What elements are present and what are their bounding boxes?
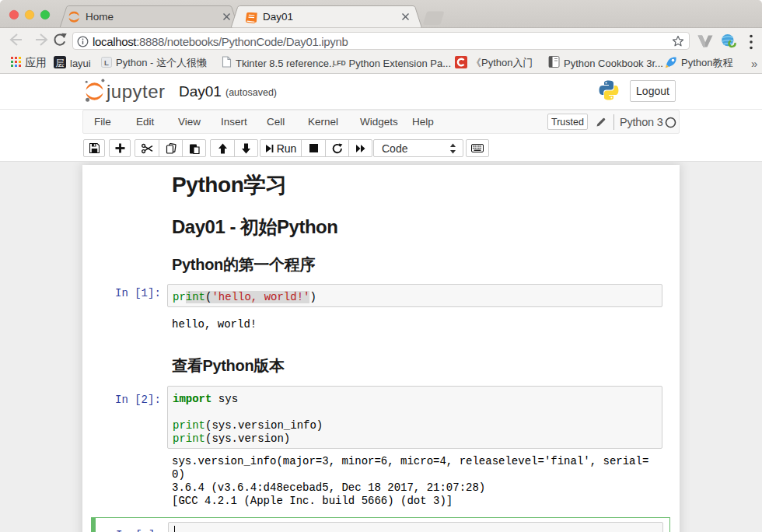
svg-text:L: L [104, 58, 109, 66]
svg-text:层: 层 [56, 58, 65, 67]
svg-text:Home: Home [86, 11, 114, 23]
svg-text:Day01: Day01 [263, 11, 293, 23]
